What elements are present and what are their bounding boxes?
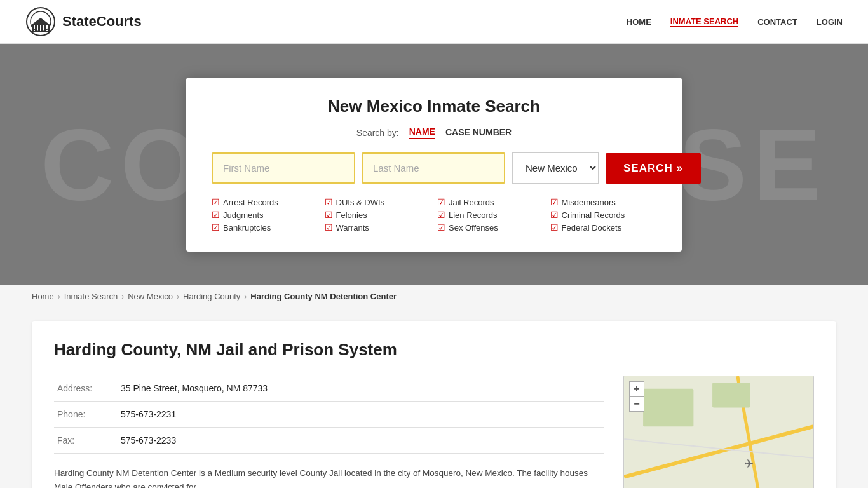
svg-rect-15 [712, 383, 750, 408]
nav-inmate-search[interactable]: INMATE SEARCH [670, 17, 738, 27]
info-left: Address: 35 Pine Street, Mosquero, NM 87… [54, 376, 604, 488]
svg-rect-7 [48, 25, 50, 32]
svg-rect-9 [31, 31, 51, 32]
breadcrumb: Home › Inmate Search › New Mexico › Hard… [0, 285, 868, 308]
phone-row: Phone: 575-673-2231 [54, 402, 604, 428]
check-arrest-records: ☑ Arrest Records [212, 197, 318, 207]
breadcrumb-inmate-search[interactable]: Inmate Search [64, 292, 118, 301]
svg-rect-4 [38, 25, 40, 32]
check-icon-misdemeanors: ☑ [550, 197, 559, 207]
address-row: Address: 35 Pine Street, Mosquero, NM 87… [54, 376, 604, 402]
svg-rect-2 [32, 25, 34, 32]
check-misdemeanors: ☑ Misdemeanors [550, 197, 657, 207]
facility-description: Harding County NM Detention Center is a … [54, 466, 604, 488]
breadcrumb-harding-county[interactable]: Harding County [183, 292, 240, 301]
check-jail-records: ☑ Jail Records [437, 197, 544, 207]
tab-name[interactable]: NAME [409, 126, 435, 139]
check-icon-warrants: ☑ [325, 222, 333, 233]
nav-login[interactable]: LOGIN [817, 17, 843, 27]
main-content: Harding County, NM Jail and Prison Syste… [0, 308, 868, 488]
main-nav: HOME INMATE SEARCH CONTACT LOGIN [627, 17, 843, 27]
search-card-title: New Mexico Inmate Search [212, 97, 656, 116]
checklist: ☑ Arrest Records ☑ DUIs & DWIs ☑ Jail Re… [212, 197, 656, 233]
phone-value: 575-673-2231 [118, 402, 604, 428]
breadcrumb-current: Harding County NM Detention Center [250, 292, 397, 301]
check-felonies: ☑ Felonies [325, 210, 431, 220]
check-label-judgments: Judgments [223, 210, 264, 220]
check-lien-records: ☑ Lien Records [437, 210, 544, 220]
check-label-bankruptcies: Bankruptcies [223, 223, 271, 233]
check-label-warrants: Warrants [336, 223, 369, 233]
breadcrumb-sep-1: › [58, 292, 60, 301]
search-by-row: Search by: NAME CASE NUMBER [212, 126, 656, 139]
check-label-lien: Lien Records [449, 210, 498, 220]
check-label-criminal: Criminal Records [562, 210, 625, 220]
check-icon-federal: ☑ [550, 222, 559, 233]
breadcrumb-sep-2: › [121, 292, 124, 301]
check-label-jail: Jail Records [449, 198, 494, 207]
logo-icon [25, 6, 56, 37]
map-svg: ✈ Mosquero [624, 376, 813, 488]
nav-home[interactable]: HOME [627, 17, 651, 27]
check-federal-dockets: ☑ Federal Dockets [550, 222, 657, 233]
breadcrumb-home[interactable]: Home [32, 292, 54, 301]
check-icon-duis: ☑ [325, 197, 333, 207]
check-label-sex-offenses: Sex Offenses [449, 223, 498, 233]
search-by-label: Search by: [356, 128, 399, 138]
check-icon-sex-offenses: ☑ [437, 222, 445, 233]
address-label: Address: [54, 376, 118, 402]
check-warrants: ☑ Warrants [325, 222, 431, 233]
breadcrumb-new-mexico[interactable]: New Mexico [128, 292, 173, 301]
phone-label: Phone: [54, 402, 118, 428]
svg-rect-3 [35, 25, 37, 32]
check-duis-dwis: ☑ DUIs & DWIs [325, 197, 431, 207]
check-icon-bankruptcies: ☑ [212, 222, 220, 233]
search-card: New Mexico Inmate Search Search by: NAME… [186, 78, 682, 252]
svg-marker-8 [31, 18, 51, 25]
check-icon-jail: ☑ [437, 197, 445, 207]
last-name-input[interactable] [362, 152, 505, 184]
check-label-duis: DUIs & DWIs [336, 198, 385, 207]
check-label-federal: Federal Dockets [562, 223, 622, 233]
check-icon-lien: ☑ [437, 210, 445, 220]
fax-value: 575-673-2233 [118, 428, 604, 454]
address-value: 35 Pine Street, Mosquero, NM 87733 [118, 376, 604, 402]
logo-text: StateCourts [62, 13, 142, 30]
info-table: Address: 35 Pine Street, Mosquero, NM 87… [54, 376, 604, 454]
map-zoom-out[interactable]: − [629, 396, 644, 412]
info-section: Address: 35 Pine Street, Mosquero, NM 87… [54, 376, 814, 488]
check-icon-felonies: ☑ [325, 210, 333, 220]
map-controls: + − [629, 381, 644, 412]
hero-section: COURTHOUSE New Mexico Inmate Search Sear… [0, 44, 868, 285]
content-card: Harding County, NM Jail and Prison Syste… [32, 321, 836, 488]
tab-case-number[interactable]: CASE NUMBER [445, 127, 512, 139]
fax-row: Fax: 575-673-2233 [54, 428, 604, 454]
svg-rect-5 [41, 25, 43, 32]
breadcrumb-sep-4: › [244, 292, 247, 301]
search-button[interactable]: SEARCH » [606, 153, 701, 184]
nav-contact[interactable]: CONTACT [757, 17, 797, 27]
check-bankruptcies: ☑ Bankruptcies [212, 222, 318, 233]
breadcrumb-sep-3: › [177, 292, 179, 301]
check-label-felonies: Felonies [336, 210, 367, 220]
check-label-misdemeanors: Misdemeanors [562, 198, 616, 207]
logo-area: StateCourts [25, 6, 142, 37]
check-judgments: ☑ Judgments [212, 210, 318, 220]
map-container: + − ✈ [623, 376, 814, 488]
search-inputs-row: New Mexico Alabama Alaska Arizona Arkans… [212, 152, 656, 184]
check-sex-offenses: ☑ Sex Offenses [437, 222, 544, 233]
check-icon-criminal: ☑ [550, 210, 559, 220]
check-icon-judgments: ☑ [212, 210, 220, 220]
check-icon-arrest: ☑ [212, 197, 220, 207]
check-criminal-records: ☑ Criminal Records [550, 210, 657, 220]
map-zoom-in[interactable]: + [629, 381, 644, 396]
check-label-arrest: Arrest Records [223, 198, 278, 207]
svg-rect-6 [44, 25, 46, 32]
facility-title: Harding County, NM Jail and Prison Syste… [54, 340, 814, 360]
first-name-input[interactable] [212, 152, 355, 184]
svg-text:✈: ✈ [744, 458, 754, 470]
svg-rect-14 [643, 389, 693, 426]
state-select[interactable]: New Mexico Alabama Alaska Arizona Arkans… [512, 152, 599, 184]
site-header: StateCourts HOME INMATE SEARCH CONTACT L… [0, 0, 868, 44]
fax-label: Fax: [54, 428, 118, 454]
